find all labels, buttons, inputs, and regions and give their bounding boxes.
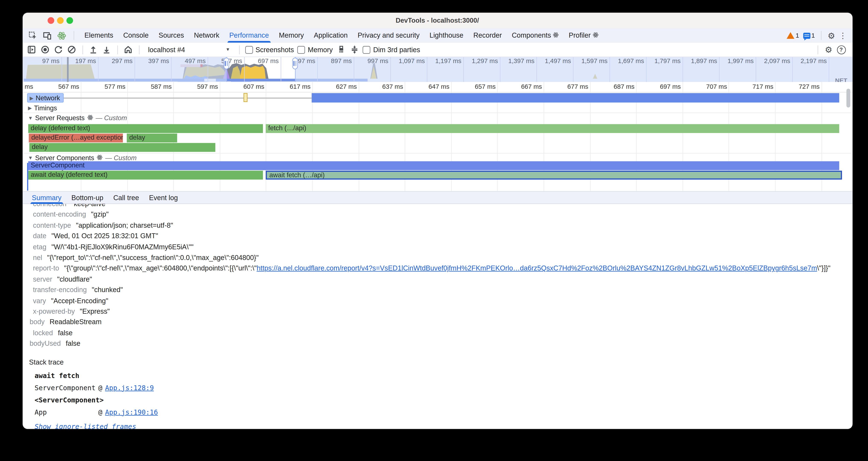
save-profile-icon[interactable] xyxy=(102,45,112,55)
property-key: content-type xyxy=(33,222,71,229)
ruler-time-label: 567 ms xyxy=(47,83,79,90)
ruler-time-label: 687 ms xyxy=(602,83,634,90)
tab-summary[interactable]: Summary xyxy=(27,191,66,204)
device-toolbar-icon[interactable] xyxy=(42,31,52,40)
history-select[interactable]: localhost #4▼ xyxy=(145,46,234,54)
divider xyxy=(821,31,822,40)
tab-profiler[interactable]: Profiler xyxy=(564,28,603,42)
frame-at: @ xyxy=(98,384,102,392)
server-request-bar[interactable]: delayedError (…ayed exception) xyxy=(28,134,123,142)
property-row: date"Wed, 01 Oct 2025 18:32:01 GMT" xyxy=(23,231,852,242)
server-request-bar[interactable]: delay xyxy=(29,143,215,152)
dim-3rd-parties-checkbox[interactable]: Dim 3rd parties xyxy=(363,46,420,54)
selected-component-bar[interactable]: await fetch (…/api) xyxy=(266,171,842,179)
overview-time-label: 1,197 ms xyxy=(427,58,462,64)
tab-console[interactable]: Console xyxy=(118,28,154,42)
tab-lighthouse[interactable]: Lighthouse xyxy=(425,28,468,42)
more-options-icon[interactable]: ⋮ xyxy=(839,32,847,39)
panel-tab-strip: ElementsConsoleSourcesNetworkPerformance… xyxy=(23,28,852,43)
capture-settings-gear-icon[interactable]: ⚙ xyxy=(825,46,832,54)
property-row: report-to"{\"group\":\"cf-nel\",\"max_ag… xyxy=(23,263,852,274)
tab-network[interactable]: Network xyxy=(189,28,224,42)
timings-track[interactable]: ▶Timings xyxy=(23,104,852,113)
server-request-bar[interactable]: fetch (…/api) xyxy=(266,124,839,133)
ruler-time-label: 637 ms xyxy=(371,83,403,90)
divider xyxy=(73,31,74,40)
clear-icon[interactable] xyxy=(67,45,77,55)
frame-source-link[interactable]: App.js:190:16 xyxy=(105,408,158,416)
screenshots-checkbox[interactable]: Screenshots xyxy=(245,46,294,54)
timeline-overview-minimap[interactable]: 97 ms197 ms297 ms397 ms497 ms597 ms697 m… xyxy=(23,57,852,83)
divider xyxy=(117,45,118,54)
property-row: nel"{\"report_to\":\"cf-nel\",\"success_… xyxy=(23,253,852,263)
divider xyxy=(138,45,139,54)
property-key: x-powered-by xyxy=(33,308,75,315)
overview-time-label: 1,297 ms xyxy=(464,58,498,64)
property-row: server"cloudflare" xyxy=(23,274,852,285)
stack-group-label: await fetch xyxy=(35,372,852,379)
show-ignore-listed-frames-link[interactable]: Show ignore-listed frames xyxy=(35,423,136,429)
frame-function-name: App xyxy=(35,408,98,416)
overview-time-label: 697 ms xyxy=(244,58,279,64)
settings-gear-icon[interactable]: ⚙ xyxy=(828,31,835,39)
frame-source-link[interactable]: App.js:128:9 xyxy=(105,384,154,392)
overview-time-label: 1,097 ms xyxy=(391,58,425,64)
network-track[interactable]: ▶Network xyxy=(23,93,852,103)
tab-sources[interactable]: Sources xyxy=(154,28,189,42)
window-title: DevTools - localhost:3000/ xyxy=(23,13,852,28)
tab-call-tree[interactable]: Call tree xyxy=(108,191,144,204)
help-icon[interactable]: ? xyxy=(837,45,845,54)
property-value: false xyxy=(66,340,80,348)
server-requests-track-header[interactable]: ▼ Server Requests — Custom xyxy=(23,114,852,122)
vertical-scrollbar-thumb[interactable] xyxy=(846,89,850,108)
server-component-bar[interactable]: ServerComponent xyxy=(28,161,839,170)
tab-memory[interactable]: Memory xyxy=(274,28,309,42)
ruler-time-label: 717 ms xyxy=(741,83,773,90)
tab-elements[interactable]: Elements xyxy=(80,28,118,42)
tab-privacy-and-security[interactable]: Privacy and security xyxy=(352,28,425,42)
tab-recorder[interactable]: Recorder xyxy=(468,28,507,42)
issues-badge[interactable]: 1 xyxy=(803,32,815,39)
chevron-down-icon: ▼ xyxy=(225,47,230,52)
server-component-bar[interactable]: await delay (deferred text) xyxy=(28,171,263,179)
ruler-time-label: 587 ms xyxy=(140,83,172,90)
server-request-bar[interactable]: delay (deferred text) xyxy=(28,124,263,133)
tab-components[interactable]: Components xyxy=(507,28,564,42)
report-url-link[interactable]: https://a.nel.cloudflare.com/report/v4?s… xyxy=(257,264,817,272)
property-key: nel xyxy=(33,254,42,261)
ruler-time-label: 647 ms xyxy=(417,83,450,90)
record-icon[interactable] xyxy=(40,45,50,55)
home-icon[interactable] xyxy=(123,45,133,55)
memory-checkbox[interactable]: Memory xyxy=(297,46,333,54)
frame-function-name: ServerComponent xyxy=(35,384,98,392)
ruler-time-label: 697 ms xyxy=(649,83,681,90)
property-row: content-type"application/json; charset=u… xyxy=(23,221,852,231)
devtools-window: DevTools - localhost:3000/ ElementsConso… xyxy=(23,13,852,429)
live-metrics-icon[interactable] xyxy=(27,45,37,55)
property-value: false xyxy=(58,329,72,337)
collapse-sections-icon[interactable] xyxy=(349,45,360,55)
network-track-label[interactable]: ▶Network xyxy=(27,93,64,103)
record-and-reload-icon[interactable] xyxy=(53,45,63,55)
tab-performance[interactable]: Performance xyxy=(224,28,274,42)
warning-badge[interactable]: 1 xyxy=(787,32,799,39)
property-key: connection xyxy=(33,204,66,208)
tab-bottom-up[interactable]: Bottom-up xyxy=(66,191,108,204)
flamechart-area[interactable]: ms 567 ms577 ms587 ms597 ms607 ms617 ms6… xyxy=(23,82,852,191)
request-queue-marker[interactable] xyxy=(243,93,247,102)
garbage-collect-icon[interactable] xyxy=(336,45,346,55)
ruler-unit: ms xyxy=(25,83,36,90)
tab-event-log[interactable]: Event log xyxy=(144,191,183,204)
ruler-time-label: 657 ms xyxy=(463,83,496,90)
property-row: x-powered-by"Express" xyxy=(23,307,852,317)
network-request-bar[interactable] xyxy=(311,93,839,103)
inspect-element-icon[interactable] xyxy=(28,31,38,40)
selection-handle-left[interactable] xyxy=(223,58,229,69)
load-profile-icon[interactable] xyxy=(88,45,98,55)
selection-handle-right[interactable] xyxy=(292,58,298,69)
server-components-track-header[interactable]: ▼ Server Components — Custom xyxy=(23,153,852,162)
property-value: "chunked" xyxy=(92,286,123,294)
server-request-bar[interactable]: delay xyxy=(126,134,177,142)
tab-application[interactable]: Application xyxy=(309,28,352,42)
overview-time-label: 497 ms xyxy=(171,58,206,64)
